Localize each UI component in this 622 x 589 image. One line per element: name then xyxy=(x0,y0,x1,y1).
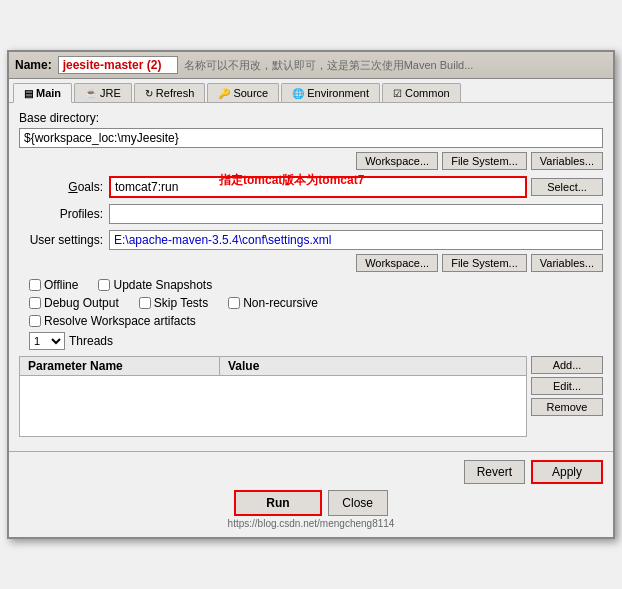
tab-refresh[interactable]: ↻ Refresh xyxy=(134,83,206,102)
common-icon: ☑ xyxy=(393,88,402,99)
update-snapshots-label: Update Snapshots xyxy=(113,278,212,292)
run-button[interactable]: Run xyxy=(234,490,321,516)
skip-tests-label: Skip Tests xyxy=(154,296,208,310)
tab-source-label: Source xyxy=(233,87,268,99)
tab-environment-label: Environment xyxy=(307,87,369,99)
bottom-run-row: Run Close xyxy=(19,490,603,516)
checkbox-section: Offline Update Snapshots Debug Output Sk… xyxy=(29,278,603,328)
checkbox-row-2: Debug Output Skip Tests Non-recursive xyxy=(29,296,603,310)
goals-label: Goals: xyxy=(19,180,109,194)
param-area: Parameter Name Value Add... Edit... Remo… xyxy=(19,356,603,443)
bottom-bar: Revert Apply Run Close https://blog.csdn… xyxy=(9,451,613,537)
variables-button-1[interactable]: Variables... xyxy=(531,152,603,170)
base-dir-label: Base directory: xyxy=(19,111,603,125)
skip-tests-checkbox-label[interactable]: Skip Tests xyxy=(139,296,208,310)
tabs-bar: ▤ Main ☕ JRE ↻ Refresh 🔑 Source 🌐 Enviro… xyxy=(9,79,613,103)
apply-button[interactable]: Apply xyxy=(531,460,603,484)
base-dir-section: Base directory: xyxy=(19,111,603,148)
user-settings-input[interactable] xyxy=(109,230,603,250)
main-content: Base directory: Workspace... File System… xyxy=(9,103,613,451)
param-header: Parameter Name Value xyxy=(20,357,526,376)
offline-checkbox-label[interactable]: Offline xyxy=(29,278,78,292)
tab-main-label: Main xyxy=(36,87,61,99)
offline-checkbox[interactable] xyxy=(29,279,41,291)
user-settings-btn-row: Workspace... File System... Variables... xyxy=(19,254,603,272)
tab-common-label: Common xyxy=(405,87,450,99)
name-label: Name: xyxy=(15,58,52,72)
edit-button[interactable]: Edit... xyxy=(531,377,603,395)
remove-button[interactable]: Remove xyxy=(531,398,603,416)
main-icon: ▤ xyxy=(24,88,33,99)
revert-button[interactable]: Revert xyxy=(464,460,525,484)
param-table: Parameter Name Value xyxy=(19,356,527,437)
user-settings-label: User settings: xyxy=(19,233,109,247)
profiles-row: Profiles: xyxy=(19,204,603,224)
update-snapshots-checkbox-label[interactable]: Update Snapshots xyxy=(98,278,212,292)
filesystem-button-1[interactable]: File System... xyxy=(442,152,527,170)
title-hint: 名称可以不用改，默认即可，这是第三次使用Maven Build... xyxy=(184,58,607,73)
tab-main[interactable]: ▤ Main xyxy=(13,83,72,103)
goals-input[interactable] xyxy=(109,176,527,198)
maven-build-dialog: Name: jeesite-master (2) 名称可以不用改，默认即可，这是… xyxy=(7,50,615,539)
param-col2-header: Value xyxy=(220,357,526,375)
refresh-icon: ↻ xyxy=(145,88,153,99)
workspace-button-2[interactable]: Workspace... xyxy=(356,254,438,272)
checkbox-row-1: Offline Update Snapshots xyxy=(29,278,603,292)
threads-label: Threads xyxy=(69,334,113,348)
filesystem-button-2[interactable]: File System... xyxy=(442,254,527,272)
select-button[interactable]: Select... xyxy=(531,178,603,196)
debug-output-label: Debug Output xyxy=(44,296,119,310)
param-col1-header: Parameter Name xyxy=(20,357,220,375)
goals-row: Goals: 指定tomcat版本为tomcat7 Select... xyxy=(19,176,603,198)
profiles-input[interactable] xyxy=(109,204,603,224)
variables-button-2[interactable]: Variables... xyxy=(531,254,603,272)
tab-jre-label: JRE xyxy=(100,87,121,99)
base-dir-btn-row: Workspace... File System... Variables... xyxy=(19,152,603,170)
threads-select[interactable]: 1 2 4 xyxy=(29,332,65,350)
title-bar: Name: jeesite-master (2) 名称可以不用改，默认即可，这是… xyxy=(9,52,613,79)
threads-row: 1 2 4 Threads xyxy=(29,332,603,350)
resolve-workspace-checkbox[interactable] xyxy=(29,315,41,327)
name-value: jeesite-master (2) xyxy=(58,56,178,74)
environment-icon: 🌐 xyxy=(292,88,304,99)
add-button[interactable]: Add... xyxy=(531,356,603,374)
tab-refresh-label: Refresh xyxy=(156,87,195,99)
offline-label: Offline xyxy=(44,278,78,292)
tab-environment[interactable]: 🌐 Environment xyxy=(281,83,380,102)
debug-output-checkbox-label[interactable]: Debug Output xyxy=(29,296,119,310)
resolve-workspace-checkbox-label[interactable]: Resolve Workspace artifacts xyxy=(29,314,196,328)
param-right-buttons: Add... Edit... Remove xyxy=(531,356,603,416)
tab-common[interactable]: ☑ Common xyxy=(382,83,461,102)
non-recursive-checkbox-label[interactable]: Non-recursive xyxy=(228,296,318,310)
workspace-button-1[interactable]: Workspace... xyxy=(356,152,438,170)
checkbox-row-3: Resolve Workspace artifacts xyxy=(29,314,603,328)
jre-icon: ☕ xyxy=(85,88,97,99)
tab-jre[interactable]: ☕ JRE xyxy=(74,83,132,102)
source-icon: 🔑 xyxy=(218,88,230,99)
resolve-workspace-label: Resolve Workspace artifacts xyxy=(44,314,196,328)
non-recursive-checkbox[interactable] xyxy=(228,297,240,309)
skip-tests-checkbox[interactable] xyxy=(139,297,151,309)
bottom-buttons: Revert Apply xyxy=(19,460,603,484)
debug-output-checkbox[interactable] xyxy=(29,297,41,309)
non-recursive-label: Non-recursive xyxy=(243,296,318,310)
watermark: https://blog.csdn.net/mengcheng8114 xyxy=(19,518,603,529)
base-dir-input[interactable] xyxy=(19,128,603,148)
tab-source[interactable]: 🔑 Source xyxy=(207,83,279,102)
user-settings-row: User settings: xyxy=(19,230,603,250)
param-body xyxy=(20,376,526,436)
close-button[interactable]: Close xyxy=(328,490,388,516)
profiles-label: Profiles: xyxy=(19,207,109,221)
update-snapshots-checkbox[interactable] xyxy=(98,279,110,291)
